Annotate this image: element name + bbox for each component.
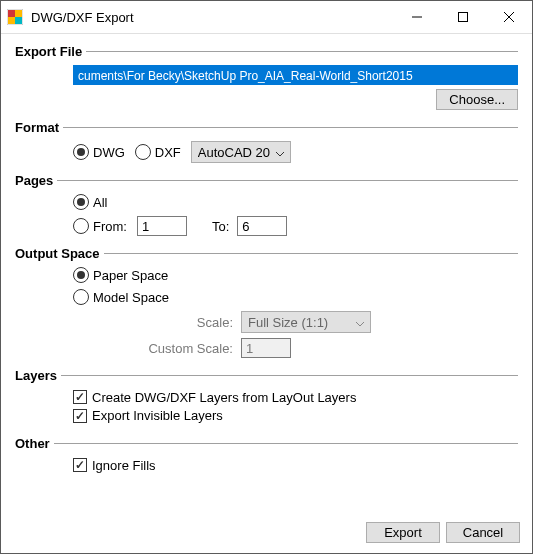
format-label: Format bbox=[15, 120, 63, 135]
pages-from-input[interactable] bbox=[137, 216, 187, 236]
footer: Export Cancel bbox=[1, 514, 532, 553]
divider bbox=[104, 253, 518, 254]
maximize-button[interactable] bbox=[440, 1, 486, 33]
checkbox-icon bbox=[73, 458, 87, 472]
paper-space-radio[interactable]: Paper Space bbox=[73, 267, 168, 283]
scale-label: Scale: bbox=[133, 315, 233, 330]
export-dialog: DWG/DXF Export Export File cuments\For B… bbox=[0, 0, 533, 554]
svg-rect-2 bbox=[15, 10, 22, 17]
svg-rect-6 bbox=[459, 13, 468, 22]
pages-to-label: To: bbox=[212, 219, 229, 234]
cancel-button[interactable]: Cancel bbox=[446, 522, 520, 543]
output-space-group: Output Space Paper Space Model Space bbox=[15, 246, 518, 358]
chevron-down-icon bbox=[276, 145, 284, 160]
other-group: Other Ignore Fills bbox=[15, 436, 518, 476]
autocad-version-select[interactable]: AutoCAD 20 bbox=[191, 141, 291, 163]
format-dxf-radio[interactable]: DXF bbox=[135, 144, 181, 160]
format-dwg-radio[interactable]: DWG bbox=[73, 144, 125, 160]
select-text: AutoCAD 20 bbox=[198, 145, 270, 160]
window-controls bbox=[394, 1, 532, 33]
checkbox-icon bbox=[73, 390, 87, 404]
radio-label: DXF bbox=[155, 145, 181, 160]
window-title: DWG/DXF Export bbox=[31, 10, 394, 25]
export-button[interactable]: Export bbox=[366, 522, 440, 543]
divider bbox=[63, 127, 518, 128]
minimize-button[interactable] bbox=[394, 1, 440, 33]
titlebar: DWG/DXF Export bbox=[1, 1, 532, 34]
custom-scale-label: Custom Scale: bbox=[133, 341, 233, 356]
radio-label: From: bbox=[93, 219, 127, 234]
divider bbox=[57, 180, 518, 181]
radio-icon bbox=[135, 144, 151, 160]
radio-icon bbox=[73, 144, 89, 160]
file-path-field[interactable]: cuments\For Becky\SketchUp Pro_AIA_Real-… bbox=[73, 65, 518, 85]
layers-group: Layers Create DWG/DXF Layers from LayOut… bbox=[15, 368, 518, 426]
pages-to-input[interactable] bbox=[237, 216, 287, 236]
radio-label: DWG bbox=[93, 145, 125, 160]
radio-icon bbox=[73, 218, 89, 234]
checkbox-label: Ignore Fills bbox=[92, 458, 156, 473]
export-file-label: Export File bbox=[15, 44, 86, 59]
create-layers-checkbox[interactable]: Create DWG/DXF Layers from LayOut Layers bbox=[73, 390, 356, 405]
radio-label: All bbox=[93, 195, 107, 210]
radio-icon bbox=[73, 267, 89, 283]
divider bbox=[54, 443, 518, 444]
checkbox-label: Create DWG/DXF Layers from LayOut Layers bbox=[92, 390, 356, 405]
output-space-label: Output Space bbox=[15, 246, 104, 261]
divider bbox=[61, 375, 518, 376]
choose-button[interactable]: Choose... bbox=[436, 89, 518, 110]
app-icon bbox=[7, 9, 23, 25]
model-space-radio[interactable]: Model Space bbox=[73, 289, 169, 305]
pages-group: Pages All From: To: bbox=[15, 173, 518, 236]
pages-from-radio[interactable]: From: bbox=[73, 218, 127, 234]
pages-all-radio[interactable]: All bbox=[73, 194, 107, 210]
ignore-fills-checkbox[interactable]: Ignore Fills bbox=[73, 458, 156, 473]
divider bbox=[86, 51, 518, 52]
checkbox-icon bbox=[73, 409, 87, 423]
radio-label: Paper Space bbox=[93, 268, 168, 283]
content-area: Export File cuments\For Becky\SketchUp P… bbox=[1, 34, 532, 514]
svg-rect-4 bbox=[15, 17, 22, 24]
scale-select: Full Size (1:1) bbox=[241, 311, 371, 333]
pages-label: Pages bbox=[15, 173, 57, 188]
svg-rect-1 bbox=[8, 10, 15, 17]
checkbox-label: Export Invisible Layers bbox=[92, 408, 223, 423]
chevron-down-icon bbox=[356, 315, 364, 330]
close-button[interactable] bbox=[486, 1, 532, 33]
export-invisible-checkbox[interactable]: Export Invisible Layers bbox=[73, 408, 223, 423]
other-label: Other bbox=[15, 436, 54, 451]
export-file-group: Export File cuments\For Becky\SketchUp P… bbox=[15, 44, 518, 110]
svg-rect-3 bbox=[8, 17, 15, 24]
select-text: Full Size (1:1) bbox=[248, 315, 328, 330]
layers-label: Layers bbox=[15, 368, 61, 383]
radio-icon bbox=[73, 194, 89, 210]
format-group: Format DWG DXF AutoCAD 20 bbox=[15, 120, 518, 163]
radio-label: Model Space bbox=[93, 290, 169, 305]
custom-scale-input bbox=[241, 338, 291, 358]
radio-icon bbox=[73, 289, 89, 305]
